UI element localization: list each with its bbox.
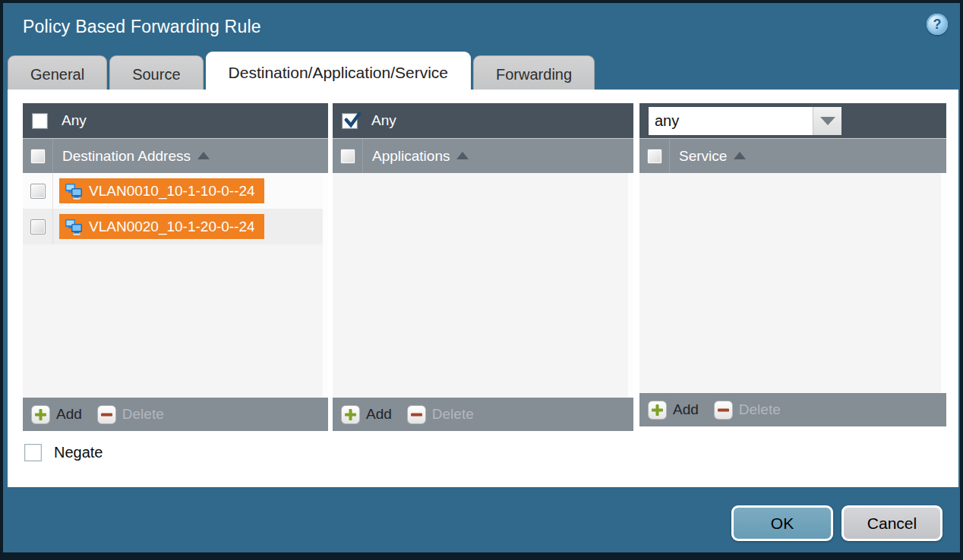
table-row: VLAN0020_10-1-20-0--24	[23, 209, 328, 244]
tab-content: Any Destination Address	[8, 90, 958, 487]
applications-select-all-checkbox[interactable]	[340, 149, 355, 164]
delete-button: Delete	[97, 405, 164, 424]
applications-any-bar: Any	[333, 103, 633, 138]
sort-ascending-icon	[197, 152, 210, 159]
help-icon[interactable]: ?	[927, 14, 948, 35]
service-dropdown-bar	[639, 103, 946, 138]
destination-any-label: Any	[62, 112, 87, 129]
add-button[interactable]: Add	[648, 401, 699, 420]
destination-address-label: VLAN0020_10-1-20-0--24	[89, 219, 255, 235]
service-select-all-checkbox[interactable]	[647, 149, 662, 164]
tab-source[interactable]: Source	[109, 55, 203, 93]
tab-bar: General Source Destination/Application/S…	[8, 52, 597, 93]
negate-label: Negate	[54, 444, 103, 461]
applications-any-checkbox[interactable]	[342, 113, 358, 129]
plus-icon	[648, 401, 667, 420]
negate-option: Negate	[24, 444, 103, 461]
destination-list: VLAN0010_10-1-10-0--24	[23, 173, 328, 398]
sort-ascending-icon	[456, 152, 469, 159]
ok-button[interactable]: OK	[731, 505, 833, 541]
destination-actions: Add Delete	[23, 398, 328, 431]
applications-list	[333, 173, 633, 398]
row-checkbox[interactable]	[30, 219, 46, 234]
service-column-header[interactable]: Service	[639, 138, 946, 173]
row-checkbox[interactable]	[30, 184, 46, 199]
minus-icon	[714, 401, 733, 420]
delete-button: Delete	[407, 405, 474, 424]
negate-checkbox[interactable]	[24, 444, 42, 461]
minus-icon	[407, 405, 426, 424]
applications-actions: Add Delete	[333, 398, 633, 431]
service-column-title: Service	[679, 148, 727, 165]
network-address-icon	[65, 183, 84, 200]
applications-column-title: Applications	[372, 148, 450, 165]
destination-any-bar: Any	[23, 103, 328, 138]
destination-address-label: VLAN0010_10-1-10-0--24	[89, 183, 255, 200]
cancel-button[interactable]: Cancel	[841, 505, 942, 541]
destination-panel: Any Destination Address	[23, 103, 328, 431]
plus-icon	[341, 405, 360, 424]
destination-column-title: Destination Address	[62, 148, 191, 165]
applications-any-label: Any	[371, 112, 396, 129]
destination-select-all-checkbox[interactable]	[30, 149, 46, 164]
sort-ascending-icon	[734, 152, 746, 159]
applications-column-header[interactable]: Applications	[333, 138, 633, 173]
tab-forwarding[interactable]: Forwarding	[473, 55, 595, 93]
delete-button: Delete	[714, 401, 781, 420]
minus-icon	[97, 405, 116, 424]
service-panel: Service Add Delete	[639, 103, 946, 426]
policy-based-forwarding-dialog: Policy Based Forwarding Rule ? General S…	[3, 3, 960, 552]
service-type-value[interactable]	[649, 107, 813, 135]
tab-destination-application-service[interactable]: Destination/Application/Service	[206, 52, 472, 93]
service-type-dropdown[interactable]	[649, 107, 841, 135]
applications-panel: Any Applications Add	[333, 103, 633, 431]
add-button[interactable]: Add	[341, 405, 392, 424]
dialog-title: Policy Based Forwarding Rule	[23, 17, 261, 37]
chevron-down-icon[interactable]	[813, 107, 841, 135]
service-actions: Add Delete	[639, 393, 946, 426]
destination-any-checkbox[interactable]	[32, 113, 48, 129]
add-button[interactable]: Add	[31, 405, 82, 424]
destination-address-item[interactable]: VLAN0010_10-1-10-0--24	[59, 178, 264, 203]
network-address-icon	[65, 219, 84, 235]
plus-icon	[31, 405, 50, 424]
destination-column-header[interactable]: Destination Address	[23, 138, 328, 173]
table-row: VLAN0010_10-1-10-0--24	[23, 173, 328, 209]
service-list	[639, 173, 946, 393]
destination-address-item[interactable]: VLAN0020_10-1-20-0--24	[59, 214, 264, 239]
tab-general[interactable]: General	[8, 55, 107, 93]
